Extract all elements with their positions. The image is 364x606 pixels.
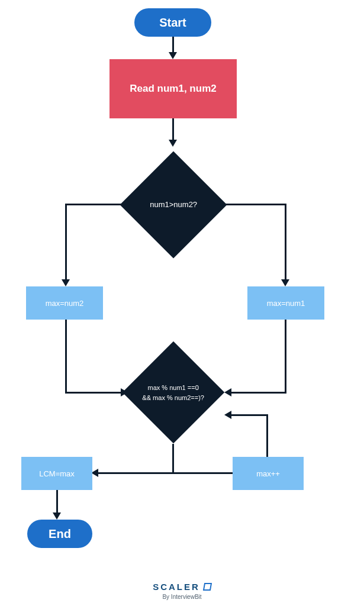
brand-icon [203, 583, 212, 591]
end-label: End [49, 527, 71, 541]
line-dec1-left-h [65, 204, 136, 205]
line-dec1-right-v [285, 204, 286, 281]
flowchart-canvas: Start Read num1, num2 num1>num2? max=num… [0, 0, 364, 606]
line-maxnum2-v [65, 320, 67, 394]
footer-brand: SCALER [153, 582, 211, 592]
line-dec1-right-h [211, 204, 286, 205]
line-maxnum2-h [65, 392, 122, 394]
footer: SCALER By InterviewBit [0, 582, 364, 600]
increment-node: max++ [233, 457, 304, 490]
decision1-label: num1>num2? [136, 199, 211, 211]
read-label: Read num1, num2 [130, 83, 216, 95]
footer-brand-text: SCALER [153, 582, 200, 592]
increment-label: max++ [256, 469, 280, 478]
line-loop-v [266, 414, 268, 457]
line-lcm-end [56, 490, 58, 514]
line-loop-h [231, 414, 268, 416]
decision2-line1: max % num1 ==0 [137, 383, 210, 393]
arrow-start-read [172, 37, 174, 53]
line-dec1-left-v [65, 204, 67, 281]
maxnum1-label: max=num1 [267, 299, 305, 308]
arrow-read-dec1 [172, 118, 174, 141]
arrowhead-dec1-right [281, 279, 289, 286]
arrowhead-read-dec1 [169, 140, 177, 147]
end-node: End [27, 520, 92, 548]
maxnum2-label: max=num2 [46, 299, 84, 308]
read-node: Read num1, num2 [109, 59, 237, 118]
lcm-node: LCM=max [21, 457, 92, 490]
line-maxnum1-h [231, 392, 286, 394]
line-maxnum1-v [285, 320, 286, 394]
start-label: Start [159, 16, 186, 30]
decision2-line2: && max % num2==)? [137, 392, 210, 402]
arrowhead-loop [224, 411, 231, 419]
lcm-label: LCM=max [39, 469, 75, 478]
maxnum2-node: max=num2 [26, 286, 103, 320]
line-dec2-down [172, 444, 174, 473]
arrowhead-start-read [169, 52, 177, 59]
footer-sub: By InterviewBit [0, 594, 364, 600]
arrowhead-dec1-left [62, 279, 70, 286]
arrowhead-lcm-end [53, 512, 61, 520]
decision2-node: max % num1 ==0 && max % num2==)? [123, 341, 225, 444]
arrowhead-maxnum1 [224, 388, 231, 397]
maxnum1-node: max=num1 [247, 286, 324, 320]
decision2-inner: max % num1 ==0 && max % num2==)? [137, 383, 210, 402]
start-node: Start [134, 8, 211, 37]
